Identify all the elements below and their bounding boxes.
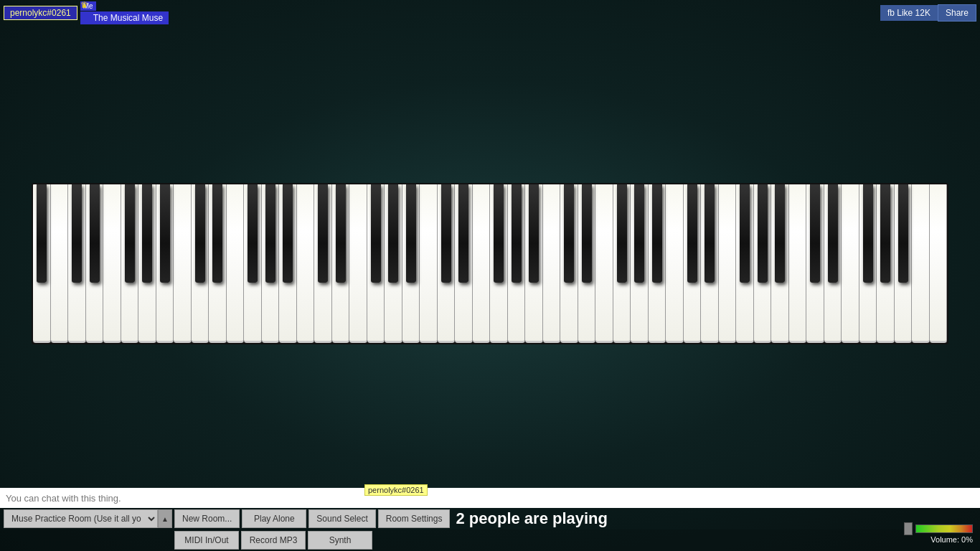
white-key[interactable] <box>227 184 245 343</box>
room-badge-wrapper: Me ♛ The Musical Muse <box>80 1 169 24</box>
white-key[interactable] <box>595 184 613 343</box>
black-key[interactable] <box>582 184 592 283</box>
white-key[interactable] <box>297 184 315 343</box>
white-key[interactable] <box>349 184 367 343</box>
black-key[interactable] <box>863 184 873 283</box>
black-key[interactable] <box>634 184 644 283</box>
black-key[interactable] <box>758 184 768 283</box>
second-controls-row: MIDI In/Out Record MP3 Synth <box>0 529 980 551</box>
new-room-button[interactable]: New Room... <box>174 509 240 528</box>
piano-container <box>32 183 948 344</box>
room-select[interactable]: Muse Practice Room (Use it all you li <box>4 509 158 528</box>
room-name-badge[interactable]: The Musical Muse <box>80 11 169 24</box>
header-left: pernolykc#0261 Me ♛ The Musical Muse <box>4 1 169 24</box>
black-key[interactable] <box>494 184 504 283</box>
fb-buttons: fb Like 12K Share <box>880 4 976 22</box>
record-mp3-button[interactable]: Record MP3 <box>241 531 306 550</box>
black-key[interactable] <box>142 184 152 283</box>
white-key[interactable] <box>51 184 69 343</box>
black-key[interactable] <box>458 184 468 283</box>
white-key[interactable] <box>912 184 930 343</box>
players-info: 2 people are playing <box>456 509 608 528</box>
crown-icon: ♛ <box>80 0 88 10</box>
white-key[interactable] <box>543 184 561 343</box>
volume-label: Volume: 0% <box>930 535 973 544</box>
black-key[interactable] <box>90 184 100 283</box>
black-key[interactable] <box>283 184 293 283</box>
black-key[interactable] <box>388 184 398 283</box>
room-select-wrapper: Muse Practice Room (Use it all you li ▲ <box>4 509 172 528</box>
fb-share-button[interactable]: Share <box>938 4 976 22</box>
volume-gradient-bar[interactable] <box>915 524 973 533</box>
black-key[interactable] <box>195 184 205 283</box>
black-key[interactable] <box>318 184 328 283</box>
piano[interactable] <box>32 183 948 344</box>
black-key[interactable] <box>898 184 908 283</box>
room-settings-button[interactable]: Room Settings <box>378 509 451 528</box>
volume-indicator <box>904 522 913 535</box>
black-key[interactable] <box>160 184 170 283</box>
chat-row: pernolykc#0261 <box>0 488 980 508</box>
white-key[interactable] <box>473 184 491 343</box>
players-count: 2 <box>456 509 464 527</box>
room-select-arrow[interactable]: ▲ <box>158 509 172 528</box>
bottom-section: pernolykc#0261 Muse Practice Room (Use i… <box>0 488 980 551</box>
white-key[interactable] <box>930 184 948 343</box>
play-alone-button[interactable]: Play Alone <box>242 509 306 528</box>
white-key[interactable] <box>666 184 684 343</box>
sound-select-button[interactable]: Sound Select <box>308 509 375 528</box>
black-key[interactable] <box>529 184 539 283</box>
main-controls-row: Muse Practice Room (Use it all you li ▲ … <box>0 508 980 529</box>
black-key[interactable] <box>512 184 522 283</box>
fb-like-button[interactable]: fb Like 12K <box>880 5 938 21</box>
header: pernolykc#0261 Me ♛ The Musical Muse fb … <box>0 0 980 25</box>
username-badge[interactable]: pernolykc#0261 <box>4 6 77 20</box>
white-key[interactable] <box>174 184 192 343</box>
black-key[interactable] <box>828 184 838 283</box>
white-key[interactable] <box>103 184 121 343</box>
black-key[interactable] <box>371 184 381 283</box>
white-key[interactable] <box>789 184 807 343</box>
black-key[interactable] <box>125 184 135 283</box>
white-key[interactable] <box>842 184 859 343</box>
black-key[interactable] <box>687 184 697 283</box>
black-key[interactable] <box>652 184 662 283</box>
black-key[interactable] <box>72 184 82 283</box>
black-key[interactable] <box>336 184 346 283</box>
black-key[interactable] <box>705 184 715 283</box>
black-key[interactable] <box>617 184 627 283</box>
volume-bar-wrapper: Volume: 0% <box>904 522 973 545</box>
black-key[interactable] <box>880 184 890 283</box>
black-key[interactable] <box>37 184 47 283</box>
black-key[interactable] <box>775 184 785 283</box>
black-key[interactable] <box>441 184 451 283</box>
volume-bar-outer <box>904 522 973 535</box>
black-key[interactable] <box>564 184 574 283</box>
black-key[interactable] <box>265 184 275 283</box>
players-label: people are playing <box>469 509 608 527</box>
synth-button[interactable]: Synth <box>308 531 372 550</box>
white-key[interactable] <box>420 184 438 343</box>
midi-in-out-button[interactable]: MIDI In/Out <box>174 531 239 550</box>
black-key[interactable] <box>810 184 820 283</box>
chat-input[interactable] <box>0 488 980 508</box>
black-key[interactable] <box>740 184 750 283</box>
black-key[interactable] <box>248 184 258 283</box>
white-key[interactable] <box>719 184 737 343</box>
black-key[interactable] <box>406 184 416 283</box>
black-key[interactable] <box>212 184 222 283</box>
